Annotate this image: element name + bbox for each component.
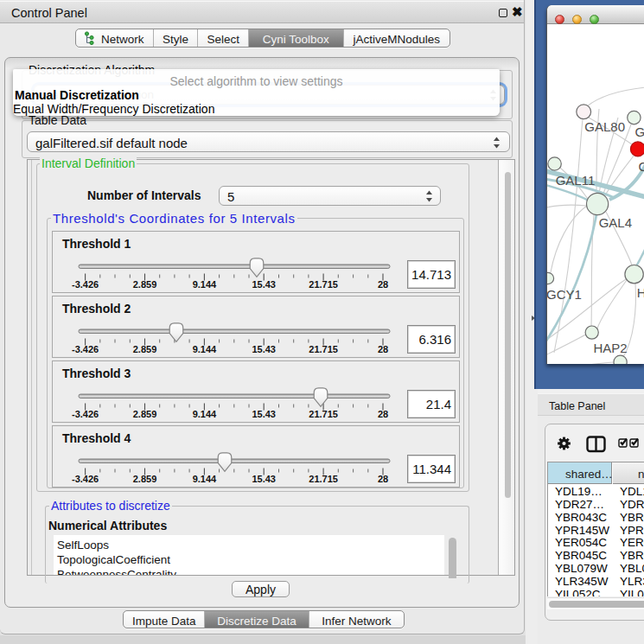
svg-text:15.43: 15.43 (252, 409, 276, 419)
svg-text:2.859: 2.859 (133, 474, 157, 484)
svg-text:28: 28 (378, 409, 388, 419)
svg-text:21.715: 21.715 (309, 409, 338, 419)
svg-text:9.144: 9.144 (193, 279, 217, 290)
svg-text:GAL11: GAL11 (556, 173, 596, 188)
svg-text:28: 28 (378, 279, 388, 290)
svg-text:-3.426: -3.426 (72, 474, 99, 484)
svg-text:-3.426: -3.426 (72, 409, 99, 419)
svg-text:9.144: 9.144 (193, 409, 217, 419)
svg-text:2.859: 2.859 (133, 409, 157, 419)
svg-text:H: H (637, 285, 644, 300)
svg-text:GAL80: GAL80 (584, 119, 625, 134)
svg-text:21.715: 21.715 (309, 474, 338, 484)
svg-text:21.715: 21.715 (309, 344, 338, 354)
svg-text:-3.426: -3.426 (72, 279, 99, 290)
svg-text:21.715: 21.715 (309, 279, 338, 290)
svg-text:15.43: 15.43 (252, 279, 276, 290)
svg-text:2.859: 2.859 (133, 279, 157, 290)
svg-text:G: G (634, 124, 644, 139)
svg-text:GAL4: GAL4 (599, 215, 632, 230)
svg-text:28: 28 (378, 474, 388, 484)
svg-text:-3.426: -3.426 (72, 344, 99, 354)
svg-text:2.859: 2.859 (133, 344, 157, 354)
svg-text:HAP2: HAP2 (593, 341, 627, 355)
svg-text:GCY1: GCY1 (547, 287, 582, 302)
svg-text:9.144: 9.144 (193, 474, 217, 484)
svg-text:28: 28 (378, 344, 388, 354)
svg-text:15.43: 15.43 (252, 474, 276, 484)
svg-text:9.144: 9.144 (193, 344, 217, 354)
svg-text:C: C (639, 159, 644, 174)
svg-text:15.43: 15.43 (252, 344, 276, 354)
